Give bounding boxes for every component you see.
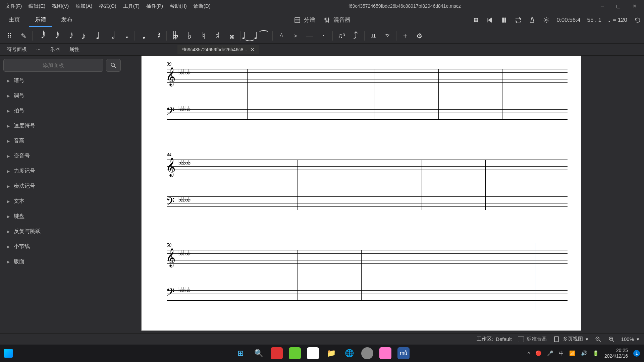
close-tab-button[interactable]: ✕ — [251, 47, 255, 52]
double-flat-button[interactable]: 𝄫 — [169, 30, 182, 42]
palette-tempo[interactable]: ▶速度符号 — [3, 120, 121, 132]
taskbar-app-3[interactable] — [307, 347, 319, 359]
loop-button[interactable] — [515, 16, 522, 24]
zoom-out-button[interactable] — [594, 336, 602, 343]
tab-more[interactable]: ··· — [32, 44, 45, 55]
flip-button[interactable]: ⤴ — [349, 30, 362, 42]
rest-button[interactable]: 𝄽 — [151, 30, 164, 42]
grip-icon[interactable]: ⠿ — [3, 30, 16, 42]
toolbar-settings-button[interactable]: ⚙ — [413, 30, 426, 42]
tenuto-button[interactable]: — — [303, 30, 316, 42]
battery-icon[interactable]: 🔋 — [593, 350, 599, 356]
dot-button[interactable]: 𝅘𝅥. — [137, 30, 150, 42]
workspace-selector[interactable]: 工作区: Default — [477, 336, 512, 342]
menu-file[interactable]: 文件(F) — [3, 2, 24, 11]
accent-button[interactable]: ＞ — [289, 30, 302, 42]
concert-pitch-toggle[interactable]: 标准音高 — [518, 336, 547, 342]
score-canvas[interactable]: 39 𝄞 𝄢 ♭♭♭♭♭ ♭♭♭♭♭ 44 — [124, 56, 644, 333]
volume-icon[interactable]: 🔊 — [581, 350, 587, 356]
musescore-taskbar-button[interactable]: mů — [397, 347, 410, 359]
tie-button[interactable]: ♩‿♩ — [243, 30, 256, 42]
note-16th-button[interactable]: 𝅘𝅥𝅯 — [63, 30, 76, 42]
palette-dynamics[interactable]: ▶力度记号 — [3, 165, 121, 177]
start-button[interactable]: ⊞ — [234, 347, 247, 359]
menu-tools[interactable]: 工具(T) — [120, 2, 142, 11]
tray-app-icon[interactable]: 🔴 — [535, 350, 542, 356]
close-button[interactable]: ✕ — [628, 2, 641, 10]
tab-score[interactable]: 乐谱 — [29, 13, 52, 27]
metronome-button[interactable] — [529, 16, 536, 24]
taskbar-app-2[interactable] — [289, 347, 301, 359]
zoom-level[interactable]: 100% ▾ — [621, 336, 639, 342]
tab-properties[interactable]: 属性 — [65, 44, 84, 55]
staccato-button[interactable]: · — [317, 30, 330, 42]
minimize-button[interactable]: ─ — [596, 2, 609, 10]
undo-button[interactable] — [634, 16, 641, 24]
tempo-display[interactable]: ♩ = 120 — [608, 16, 627, 23]
note-8th-button[interactable]: ♪ — [77, 30, 90, 42]
settings-button[interactable] — [543, 16, 550, 24]
tab-instruments[interactable]: 乐器 — [46, 44, 64, 55]
palette-barlines[interactable]: ▶小节线 — [3, 240, 121, 253]
note-quarter-button[interactable]: ♩ — [91, 30, 104, 42]
menu-edit[interactable]: 编辑(E) — [26, 2, 48, 11]
palette-text[interactable]: ▶文本 — [3, 195, 121, 207]
tab-home[interactable]: 主页 — [3, 13, 26, 27]
slur-button[interactable]: ⁀ — [257, 30, 270, 42]
palette-pitch[interactable]: ▶音高 — [3, 135, 121, 147]
taskbar-app-5[interactable] — [379, 347, 391, 359]
menu-help[interactable]: 帮助(H) — [167, 2, 190, 11]
file-explorer-button[interactable]: 📁 — [325, 347, 337, 359]
flat-button[interactable]: ♭ — [183, 30, 196, 42]
palette-accidentals[interactable]: ▶变音号 — [3, 150, 121, 162]
zoom-in-button[interactable] — [608, 336, 615, 343]
palette-articulations[interactable]: ▶奏法记号 — [3, 180, 121, 192]
notifications-button[interactable]: 1 — [633, 350, 640, 357]
palette-layout[interactable]: ▶版面 — [3, 255, 121, 268]
menu-view[interactable]: 视图(V) — [49, 2, 71, 11]
taskbar-app-1[interactable] — [271, 347, 283, 359]
edit-mode-button[interactable]: ✎ — [17, 30, 30, 42]
taskbar-app-4[interactable] — [361, 347, 373, 359]
palette-keyboard[interactable]: ▶键盘 — [3, 210, 121, 223]
sharp-button[interactable]: ♯ — [211, 30, 224, 42]
tab-publish[interactable]: 发布 — [55, 13, 78, 27]
edge-button[interactable]: 🌐 — [343, 347, 355, 359]
maximize-button[interactable]: ▢ — [611, 2, 625, 10]
menu-format[interactable]: 格式(O) — [96, 2, 119, 11]
rewind-button[interactable] — [486, 16, 494, 24]
marcato-button[interactable]: ^ — [275, 30, 288, 42]
palette-time-signatures[interactable]: ▶拍号 — [3, 105, 121, 117]
palette-key-signatures[interactable]: ▶调号 — [3, 89, 121, 102]
double-sharp-button[interactable]: 𝄪 — [225, 30, 238, 42]
palette-search-input[interactable] — [3, 59, 103, 72]
tab-palettes[interactable]: 符号面板 — [3, 44, 31, 55]
note-32nd-button[interactable]: 𝅘𝅥𝅰 — [49, 30, 62, 42]
tuplet-button[interactable]: ♫³ — [335, 30, 348, 42]
note-half-button[interactable]: 𝅗𝅥 — [105, 30, 118, 42]
palette-repeats[interactable]: ▶反复与跳跃 — [3, 225, 121, 238]
natural-button[interactable]: ♮ — [197, 30, 210, 42]
mixer-button[interactable]: 混音器 — [323, 16, 351, 24]
add-button[interactable]: ＋ — [398, 30, 412, 42]
app-icon[interactable] — [4, 349, 13, 358]
pause-button[interactable] — [500, 16, 508, 24]
view-mode-selector[interactable]: 多页视图 ▾ — [553, 336, 588, 343]
drag-icon[interactable] — [472, 16, 480, 24]
wifi-icon[interactable]: 📶 — [569, 350, 576, 356]
taskbar-clock[interactable]: 20:25 2024/12/16 — [604, 348, 628, 359]
note-64th-button[interactable]: 𝅘𝅥𝅱 — [35, 30, 48, 42]
taskbar-search-button[interactable]: 🔍 — [253, 347, 265, 359]
menu-add[interactable]: 添加(A) — [73, 2, 95, 11]
document-tab[interactable]: *f69c435724659fbde26b46c8... ✕ — [177, 45, 260, 54]
microphone-icon[interactable]: 🎤 — [547, 350, 553, 356]
note-whole-button[interactable]: 𝅝 — [119, 30, 132, 42]
menu-plugins[interactable]: 插件(P) — [144, 2, 166, 11]
menu-debug[interactable]: 诊断(D) — [191, 2, 213, 11]
palette-search-button[interactable] — [106, 59, 121, 72]
parts-button[interactable]: 分谱 — [294, 16, 315, 24]
voice-2-button[interactable]: 𝄌2 — [381, 30, 394, 42]
ime-indicator[interactable]: 中 — [559, 350, 564, 357]
voice-1-button[interactable]: ♩1 — [367, 30, 380, 42]
tray-chevron-icon[interactable]: ^ — [528, 351, 530, 356]
